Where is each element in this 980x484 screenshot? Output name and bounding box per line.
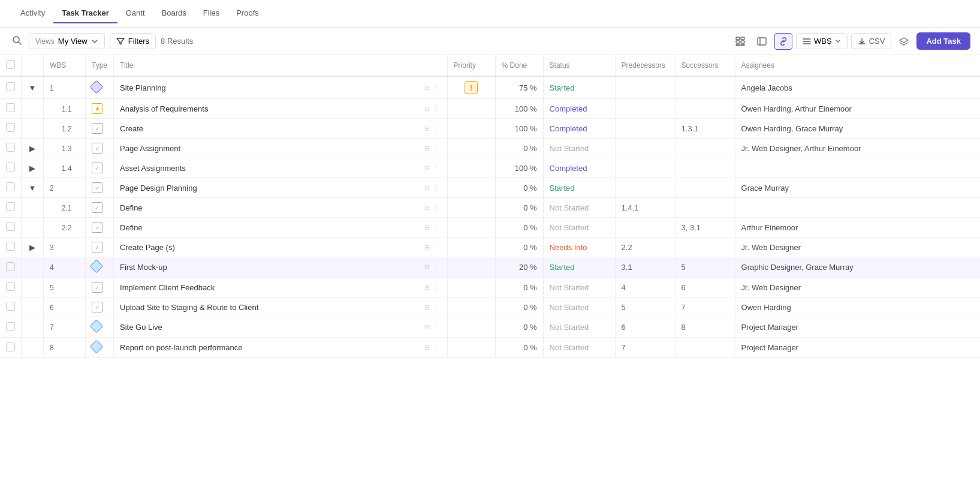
grid-view-button[interactable]: [731, 33, 749, 50]
task-title[interactable]: Upload Site to Staging & Route to Client: [120, 303, 420, 312]
row-more-button[interactable]: ⋮: [432, 223, 441, 233]
row-more-button[interactable]: ⋮: [432, 143, 441, 154]
row-predecessors: 5: [615, 297, 675, 317]
row-successors: [675, 338, 735, 358]
row-more-button[interactable]: ⋮: [432, 262, 441, 272]
row-panel-button[interactable]: ⊟: [423, 183, 431, 193]
row-panel-button[interactable]: ⊟: [423, 203, 431, 213]
row-checkbox[interactable]: [6, 123, 15, 132]
select-all-checkbox[interactable]: [6, 60, 15, 69]
row-checkbox[interactable]: [6, 282, 15, 291]
search-button[interactable]: [10, 33, 24, 49]
row-done: 100 %: [495, 99, 543, 119]
row-more-button[interactable]: ⋮: [432, 124, 441, 134]
row-panel-button[interactable]: ⊟: [423, 302, 431, 312]
layers-button[interactable]: [895, 33, 913, 50]
views-dropdown[interactable]: Views My View: [29, 33, 105, 49]
row-checkbox[interactable]: [6, 322, 15, 331]
row-panel-button[interactable]: ⊟: [423, 124, 431, 134]
row-more-button[interactable]: ⋮: [432, 163, 441, 173]
add-task-button[interactable]: Add Task: [916, 32, 970, 50]
col-header-assignees[interactable]: Assignees: [735, 55, 980, 76]
col-header-successors[interactable]: Successors: [675, 55, 735, 76]
row-more-button[interactable]: ⋮: [432, 322, 441, 332]
row-more-button[interactable]: ⋮: [432, 183, 441, 193]
link-button[interactable]: [774, 33, 792, 50]
task-title[interactable]: First Mock-up: [120, 263, 420, 272]
row-panel-button[interactable]: ⊟: [423, 242, 431, 252]
expand-button[interactable]: ▶: [28, 163, 37, 173]
row-more-button[interactable]: ⋮: [432, 242, 441, 252]
row-panel-button[interactable]: ⊟: [423, 322, 431, 332]
row-checkbox[interactable]: [6, 82, 15, 91]
expand-button[interactable]: ▶: [28, 242, 37, 252]
task-title[interactable]: Site Planning: [120, 83, 420, 92]
task-title[interactable]: Page Design Planning: [120, 184, 420, 193]
row-checkbox[interactable]: [6, 163, 15, 172]
row-wbs: 5: [44, 278, 86, 297]
col-header-title[interactable]: Title: [114, 55, 448, 76]
row-panel-button[interactable]: ⊟: [423, 83, 431, 93]
row-checkbox[interactable]: [6, 262, 15, 271]
row-wbs: 8: [44, 338, 86, 358]
task-title[interactable]: Define: [120, 223, 420, 232]
row-more-button[interactable]: ⋮: [432, 203, 441, 213]
task-title[interactable]: Create: [120, 124, 420, 133]
row-more-button[interactable]: ⋮: [432, 104, 441, 114]
row-panel-button[interactable]: ⊟: [423, 143, 431, 154]
task-title[interactable]: Analysis of Requirements: [120, 104, 420, 113]
task-title[interactable]: Report on post-launch performance: [120, 343, 420, 352]
nav-task-tracker[interactable]: Task Tracker: [53, 4, 117, 23]
table-row: 1.2 ✓ Create ⊟ ⋮ 100 % Completed 1.3.1 O…: [0, 119, 980, 139]
table-row: 5 ✓ Implement Client Feedback ⊟ ⋮ 0 % No…: [0, 278, 980, 297]
row-panel-button[interactable]: ⊟: [423, 104, 431, 114]
row-more-button[interactable]: ⋮: [432, 83, 441, 93]
collapse-button[interactable]: ▼: [28, 83, 37, 92]
row-checkbox[interactable]: [6, 222, 15, 231]
row-checkbox[interactable]: [6, 103, 15, 112]
row-more-button[interactable]: ⋮: [432, 342, 441, 353]
expand-button[interactable]: ▶: [28, 143, 37, 153]
nav-boards[interactable]: Boards: [153, 4, 195, 23]
filters-button[interactable]: Filters: [110, 33, 156, 49]
collapse-button[interactable]: ▼: [28, 183, 37, 193]
task-title[interactable]: Create Page (s): [120, 243, 420, 252]
col-header-status[interactable]: Status: [543, 55, 615, 76]
nav-proofs[interactable]: Proofs: [228, 4, 267, 23]
row-panel-button[interactable]: ⊟: [423, 262, 431, 272]
row-panel-button[interactable]: ⊟: [423, 223, 431, 233]
row-expand-cell: [22, 99, 44, 119]
task-title[interactable]: Asset Assignments: [120, 164, 420, 173]
row-checkbox[interactable]: [6, 242, 15, 251]
row-panel-button[interactable]: ⊟: [423, 282, 431, 293]
row-assignees: Project Manager: [735, 338, 980, 358]
row-more-button[interactable]: ⋮: [432, 302, 441, 312]
task-title[interactable]: Implement Client Feedback: [120, 283, 420, 292]
row-panel-button[interactable]: ⊟: [423, 342, 431, 353]
wbs-dropdown[interactable]: WBS: [796, 33, 848, 49]
row-checkbox[interactable]: [6, 143, 15, 152]
col-header-done[interactable]: % Done: [495, 55, 543, 76]
task-title[interactable]: Define: [120, 203, 420, 212]
col-header-wbs[interactable]: WBS: [44, 55, 86, 76]
row-checkbox[interactable]: [6, 342, 15, 351]
status-badge: Needs Info: [550, 243, 587, 252]
col-header-priority[interactable]: Priority: [447, 55, 495, 76]
nav-activity[interactable]: Activity: [12, 4, 53, 23]
row-checkbox[interactable]: [6, 302, 15, 311]
task-title[interactable]: Page Assignment: [120, 144, 420, 153]
panel-button[interactable]: [753, 33, 771, 50]
row-assignees: Project Manager: [735, 317, 980, 338]
nav-files[interactable]: Files: [195, 4, 228, 23]
csv-button[interactable]: CSV: [851, 33, 892, 49]
table-row: 4 First Mock-up ⊟ ⋮ 20 % Started 3.1 5 G…: [0, 257, 980, 278]
row-priority: [447, 198, 495, 218]
row-priority: [447, 297, 495, 317]
row-panel-button[interactable]: ⊟: [423, 163, 431, 173]
row-checkbox[interactable]: [6, 202, 15, 211]
nav-gantt[interactable]: Gantt: [117, 4, 153, 23]
row-more-button[interactable]: ⋮: [432, 282, 441, 293]
col-header-predecessors[interactable]: Predecessors: [615, 55, 675, 76]
task-title[interactable]: Site Go Live: [120, 323, 420, 332]
row-checkbox[interactable]: [6, 182, 15, 191]
